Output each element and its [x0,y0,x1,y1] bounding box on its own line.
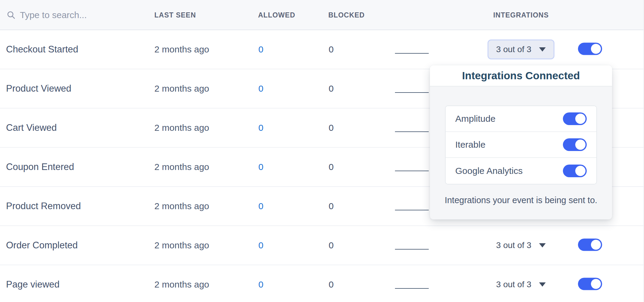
table-row: Order Completed 2 months ago 0 0 3 out o… [0,226,644,265]
empty-value-dash [395,171,429,171]
allowed-count-link[interactable]: 0 [258,201,264,211]
event-enabled-toggle[interactable] [578,278,602,290]
last-seen-value: 2 months ago [154,83,209,94]
blocked-count: 0 [329,123,334,133]
empty-value-dash [395,210,429,210]
table-row: Checkout Started 2 months ago 0 0 3 out … [0,30,644,69]
events-table-page: LAST SEEN ALLOWED BLOCKED INTEGRATIONS C… [0,0,644,302]
integration-name: Google Analytics [455,166,522,176]
last-seen-value: 2 months ago [154,201,209,211]
caret-down-icon [539,47,546,52]
integration-item: Amplitude [446,106,596,132]
column-header-last-seen: LAST SEEN [154,0,196,30]
popover-title: Integrations Connected [462,70,580,82]
blocked-count: 0 [329,44,334,55]
allowed-count-link[interactable]: 0 [258,162,264,172]
event-name: Page viewed [6,279,60,290]
integration-item: Iterable [446,132,596,158]
integrations-popover: Integrations Connected Amplitude Iterabl… [430,65,612,219]
caret-down-icon [539,282,546,287]
table-header: LAST SEEN ALLOWED BLOCKED INTEGRATIONS [0,0,644,30]
allowed-count-link[interactable]: 0 [258,83,264,94]
event-enabled-toggle[interactable] [578,239,602,251]
toggle-knob [575,140,586,150]
event-name: Coupon Entered [6,162,74,172]
integration-item: Google Analytics [446,158,596,184]
toggle-knob [575,114,586,124]
table-row: Page viewed 2 months ago 0 0 3 out of 3 [0,265,644,302]
integration-name: Iterable [455,140,485,150]
empty-value-dash [395,53,429,54]
popover-caption: Integrations your event is being sent to… [430,195,612,205]
event-name: Order Completed [6,240,78,251]
event-name: Product Removed [6,201,81,212]
event-name: Checkout Started [6,44,78,55]
column-header-integrations: INTEGRATIONS [488,0,554,30]
integrations-dropdown[interactable]: 3 out of 3 [488,235,554,255]
allowed-count-link[interactable]: 0 [258,123,264,133]
blocked-count: 0 [329,201,334,211]
allowed-count-link[interactable]: 0 [258,279,264,290]
event-name: Product Viewed [6,83,71,94]
event-name: Cart Viewed [6,122,57,133]
toggle-knob [591,44,601,54]
blocked-count: 0 [329,279,334,290]
last-seen-value: 2 months ago [154,240,209,250]
blocked-count: 0 [329,83,334,94]
search-field[interactable] [7,0,140,30]
empty-value-dash [395,288,429,289]
last-seen-value: 2 months ago [154,279,209,290]
toggle-knob [591,279,601,289]
caret-down-icon [539,243,546,247]
toggle-knob [575,166,586,176]
integrations-dropdown-label: 3 out of 3 [496,241,532,250]
integration-name: Amplitude [455,114,495,124]
allowed-count-link[interactable]: 0 [258,44,264,55]
allowed-count-link[interactable]: 0 [258,240,264,250]
column-header-blocked: BLOCKED [328,0,365,30]
last-seen-value: 2 months ago [154,162,209,172]
blocked-count: 0 [329,240,334,250]
column-header-allowed: ALLOWED [258,0,295,30]
search-icon [7,11,16,20]
integrations-dropdown-label: 3 out of 3 [496,280,532,289]
integrations-dropdown-label: 3 out of 3 [496,45,532,54]
empty-value-dash [395,249,429,250]
empty-value-dash [395,92,429,93]
toggle-knob [591,240,601,250]
blocked-count: 0 [329,162,334,172]
last-seen-value: 2 months ago [154,123,209,133]
popover-header: Integrations Connected [430,65,612,87]
search-input[interactable] [20,10,140,20]
integration-toggle[interactable] [563,112,587,125]
event-enabled-toggle[interactable] [578,43,602,55]
integrations-dropdown[interactable]: 3 out of 3 [488,39,554,59]
integrations-dropdown[interactable]: 3 out of 3 [488,275,554,294]
empty-value-dash [395,131,429,132]
integration-toggle[interactable] [563,138,587,151]
integration-toggle[interactable] [563,165,587,177]
last-seen-value: 2 months ago [154,44,209,55]
integrations-card: Amplitude Iterable Google Analytics [445,105,597,184]
